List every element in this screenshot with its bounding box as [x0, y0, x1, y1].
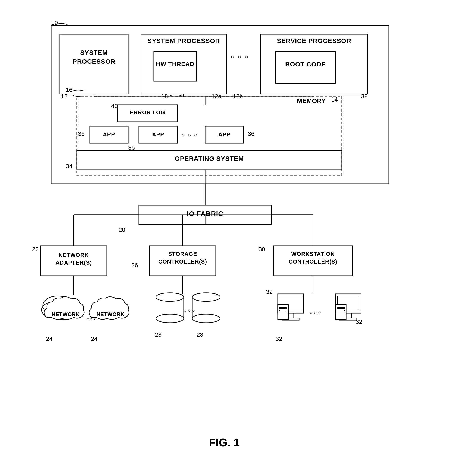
svg-rect-44	[280, 307, 287, 309]
ref-34: 34	[66, 163, 72, 170]
svg-rect-40	[280, 296, 301, 310]
svg-rect-36	[192, 297, 220, 318]
dots-storage: ○ ○ ○	[184, 308, 195, 313]
svg-rect-43	[278, 305, 288, 320]
system-processor-left-label: SYSTEM PROCESSOR	[60, 48, 128, 66]
ref-32c: 32	[276, 336, 282, 342]
svg-rect-32	[156, 297, 184, 318]
ref-10: 10	[51, 19, 58, 26]
ref-22: 22	[32, 246, 39, 253]
ref-28b: 28	[197, 331, 203, 338]
ref-40: 40	[111, 103, 118, 109]
svg-rect-51	[337, 307, 344, 309]
app2-label: APP	[139, 131, 177, 138]
ref-12b: 12b	[233, 93, 243, 100]
network-adapter-label: NETWORK ADAPTER(S)	[41, 251, 107, 267]
system-processor-mid-label: SYSTEM PROCESSOR	[141, 36, 227, 45]
app1-label: APP	[90, 131, 128, 138]
svg-rect-50	[335, 305, 346, 320]
service-processor-label: SERVICE PROCESSOR	[261, 36, 367, 45]
svg-rect-39	[278, 294, 303, 313]
ref-32a: 32	[266, 289, 272, 295]
svg-point-33	[156, 314, 184, 323]
hw-thread-label: HW THREAD	[154, 60, 197, 68]
ref-30: 30	[258, 246, 265, 253]
fig-label: FIG. 1	[209, 436, 240, 449]
ref-24b: 24	[91, 336, 98, 342]
workstation-controller-label: WORKSTATION CONTROLLER(S)	[273, 250, 353, 266]
ref-38: 38	[361, 93, 368, 100]
ref-36a: 36	[78, 131, 85, 137]
svg-point-34	[156, 293, 184, 301]
ref-26: 26	[131, 262, 138, 269]
ref-12: 12	[61, 93, 68, 100]
svg-rect-48	[345, 313, 351, 318]
boot-code-label: BOOT CODE	[276, 60, 335, 69]
svg-rect-49	[340, 318, 357, 320]
app3-label: APP	[205, 131, 243, 138]
svg-rect-47	[338, 296, 359, 310]
svg-point-35	[192, 293, 220, 301]
dots-processors: ○ ○ ○	[231, 54, 249, 60]
io-fabric-label: IO FABRIC	[139, 209, 271, 218]
svg-rect-52	[337, 310, 344, 311]
ref-20: 20	[119, 227, 125, 233]
svg-rect-46	[335, 294, 361, 313]
svg-rect-42	[282, 318, 299, 320]
ref-12a: 12a	[212, 93, 221, 100]
ref-24a: 24	[46, 336, 53, 342]
svg-rect-41	[287, 313, 294, 318]
dots-apps: ○ ○ ○	[182, 132, 198, 138]
ref-36c: 36	[248, 131, 254, 137]
dots-workstations: ○ ○ ○	[310, 310, 321, 315]
ref-18: 18	[161, 93, 168, 100]
network1-label: NETWORK	[46, 311, 85, 318]
svg-point-31	[156, 293, 184, 301]
ref-36b: 36	[128, 144, 135, 151]
ref-32b: 32	[356, 318, 362, 325]
ref-14: 14	[331, 96, 338, 103]
svg-point-38	[192, 293, 220, 301]
error-log-label: ERROR LOG	[118, 109, 177, 116]
memory-label: MEMORY	[297, 97, 325, 105]
svg-point-37	[192, 314, 220, 323]
ref-16: 16	[66, 87, 72, 93]
storage-controller-label: STORAGE CONTROLLER(S)	[150, 250, 216, 266]
network2-label: NETWORK	[91, 311, 130, 318]
os-label: OPERATING SYSTEM	[77, 154, 342, 163]
svg-rect-45	[280, 310, 287, 311]
ref-28a: 28	[155, 331, 161, 338]
